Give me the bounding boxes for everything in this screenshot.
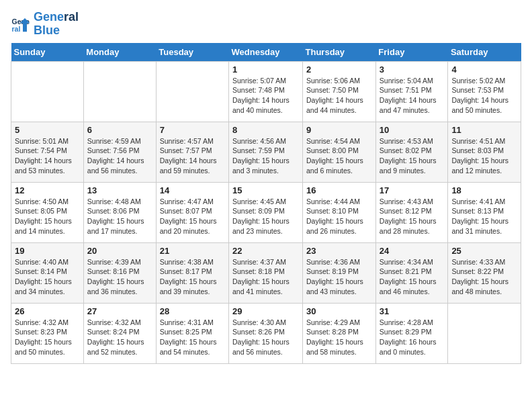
day-info: Sunrise: 4:39 AM Sunset: 8:16 PM Dayligh…	[87, 257, 152, 297]
day-info: Sunrise: 4:50 AM Sunset: 8:05 PM Dayligh…	[15, 197, 80, 236]
day-info: Sunrise: 4:37 AM Sunset: 8:18 PM Dayligh…	[232, 257, 299, 297]
day-info: Sunrise: 5:07 AM Sunset: 7:48 PM Dayligh…	[232, 76, 299, 116]
calendar-cell: 21Sunrise: 4:38 AM Sunset: 8:17 PM Dayli…	[156, 242, 228, 303]
day-number: 4	[451, 64, 517, 75]
day-info: Sunrise: 4:59 AM Sunset: 7:56 PM Dayligh…	[87, 136, 152, 176]
day-info: Sunrise: 4:33 AM Sunset: 8:22 PM Dayligh…	[451, 257, 517, 297]
week-row-3: 12Sunrise: 4:50 AM Sunset: 8:05 PM Dayli…	[11, 182, 521, 242]
col-header-monday: Monday	[83, 43, 156, 62]
col-header-tuesday: Tuesday	[156, 43, 228, 62]
calendar-cell: 7Sunrise: 4:57 AM Sunset: 7:57 PM Daylig…	[156, 122, 228, 182]
calendar-cell: 12Sunrise: 4:50 AM Sunset: 8:05 PM Dayli…	[11, 182, 84, 242]
calendar-cell: 3Sunrise: 5:04 AM Sunset: 7:51 PM Daylig…	[375, 61, 448, 122]
week-row-2: 5Sunrise: 5:01 AM Sunset: 7:54 PM Daylig…	[11, 122, 521, 182]
day-number: 11	[451, 125, 517, 135]
calendar-cell: 4Sunrise: 5:02 AM Sunset: 7:53 PM Daylig…	[448, 61, 521, 122]
day-info: Sunrise: 4:28 AM Sunset: 8:29 PM Dayligh…	[380, 318, 445, 357]
calendar-cell: 28Sunrise: 4:31 AM Sunset: 8:25 PM Dayli…	[156, 303, 228, 363]
day-info: Sunrise: 4:36 AM Sunset: 8:19 PM Dayligh…	[306, 257, 372, 297]
calendar-cell	[448, 303, 521, 363]
day-info: Sunrise: 4:30 AM Sunset: 8:26 PM Dayligh…	[232, 318, 299, 357]
day-info: Sunrise: 5:06 AM Sunset: 7:50 PM Dayligh…	[306, 76, 372, 116]
calendar-cell: 25Sunrise: 4:33 AM Sunset: 8:22 PM Dayli…	[448, 242, 521, 303]
day-info: Sunrise: 4:32 AM Sunset: 8:23 PM Dayligh…	[15, 318, 80, 357]
day-number: 3	[380, 64, 445, 75]
calendar-cell: 16Sunrise: 4:44 AM Sunset: 8:10 PM Dayli…	[303, 182, 376, 242]
calendar-cell: 18Sunrise: 4:41 AM Sunset: 8:13 PM Dayli…	[448, 182, 521, 242]
day-number: 27	[87, 306, 152, 316]
day-number: 18	[451, 185, 517, 195]
calendar-cell: 26Sunrise: 4:32 AM Sunset: 8:23 PM Dayli…	[11, 303, 84, 363]
day-info: Sunrise: 5:02 AM Sunset: 7:53 PM Dayligh…	[451, 76, 517, 116]
col-header-sunday: Sunday	[11, 43, 84, 62]
week-row-5: 26Sunrise: 4:32 AM Sunset: 8:23 PM Dayli…	[11, 303, 521, 363]
day-number: 9	[306, 125, 372, 135]
calendar-cell: 22Sunrise: 4:37 AM Sunset: 8:18 PM Dayli…	[229, 242, 303, 303]
logo-text-line1: General	[34, 11, 79, 24]
day-number: 24	[380, 246, 445, 256]
day-info: Sunrise: 4:45 AM Sunset: 8:09 PM Dayligh…	[232, 197, 299, 236]
day-info: Sunrise: 4:47 AM Sunset: 8:07 PM Dayligh…	[160, 197, 225, 236]
day-info: Sunrise: 4:53 AM Sunset: 8:02 PM Dayligh…	[380, 136, 445, 176]
calendar-cell: 6Sunrise: 4:59 AM Sunset: 7:56 PM Daylig…	[83, 122, 156, 182]
day-number: 14	[160, 185, 225, 195]
day-number: 7	[160, 125, 225, 135]
header-row: SundayMondayTuesdayWednesdayThursdayFrid…	[11, 43, 521, 62]
col-header-wednesday: Wednesday	[229, 43, 303, 62]
day-number: 26	[15, 306, 80, 316]
col-header-saturday: Saturday	[448, 43, 521, 62]
day-info: Sunrise: 4:57 AM Sunset: 7:57 PM Dayligh…	[160, 136, 225, 176]
day-info: Sunrise: 4:51 AM Sunset: 8:03 PM Dayligh…	[451, 136, 517, 176]
day-info: Sunrise: 4:44 AM Sunset: 8:10 PM Dayligh…	[306, 197, 372, 236]
calendar-cell: 8Sunrise: 4:56 AM Sunset: 7:59 PM Daylig…	[229, 122, 303, 182]
day-info: Sunrise: 4:56 AM Sunset: 7:59 PM Dayligh…	[232, 136, 299, 176]
day-info: Sunrise: 4:54 AM Sunset: 8:00 PM Dayligh…	[306, 136, 372, 176]
calendar-table: SundayMondayTuesdayWednesdayThursdayFrid…	[11, 43, 521, 364]
calendar-cell	[156, 61, 228, 122]
page-header: Gene ral General Blue	[11, 11, 521, 38]
svg-text:ral: ral	[12, 24, 21, 32]
logo: Gene ral General Blue	[11, 11, 79, 38]
day-number: 21	[160, 246, 225, 256]
col-header-thursday: Thursday	[303, 43, 376, 62]
day-number: 2	[306, 64, 372, 75]
week-row-4: 19Sunrise: 4:40 AM Sunset: 8:14 PM Dayli…	[11, 242, 521, 303]
day-number: 30	[306, 306, 372, 316]
calendar-cell: 30Sunrise: 4:29 AM Sunset: 8:28 PM Dayli…	[303, 303, 376, 363]
calendar-cell: 29Sunrise: 4:30 AM Sunset: 8:26 PM Dayli…	[229, 303, 303, 363]
calendar-cell: 13Sunrise: 4:48 AM Sunset: 8:06 PM Dayli…	[83, 182, 156, 242]
day-number: 1	[232, 64, 299, 75]
day-number: 6	[87, 125, 152, 135]
calendar-cell: 23Sunrise: 4:36 AM Sunset: 8:19 PM Dayli…	[303, 242, 376, 303]
day-info: Sunrise: 4:41 AM Sunset: 8:13 PM Dayligh…	[451, 197, 517, 236]
day-info: Sunrise: 4:38 AM Sunset: 8:17 PM Dayligh…	[160, 257, 225, 297]
day-info: Sunrise: 5:01 AM Sunset: 7:54 PM Dayligh…	[15, 136, 80, 176]
calendar-cell: 17Sunrise: 4:43 AM Sunset: 8:12 PM Dayli…	[375, 182, 448, 242]
day-number: 17	[380, 185, 445, 195]
calendar-cell: 2Sunrise: 5:06 AM Sunset: 7:50 PM Daylig…	[303, 61, 376, 122]
calendar-cell	[11, 61, 84, 122]
day-number: 10	[380, 125, 445, 135]
day-number: 22	[232, 246, 299, 256]
day-number: 15	[232, 185, 299, 195]
day-number: 25	[451, 246, 517, 256]
day-info: Sunrise: 5:04 AM Sunset: 7:51 PM Dayligh…	[380, 76, 445, 116]
day-number: 23	[306, 246, 372, 256]
calendar-cell: 31Sunrise: 4:28 AM Sunset: 8:29 PM Dayli…	[375, 303, 448, 363]
day-info: Sunrise: 4:29 AM Sunset: 8:28 PM Dayligh…	[306, 318, 372, 357]
calendar-cell: 24Sunrise: 4:34 AM Sunset: 8:21 PM Dayli…	[375, 242, 448, 303]
day-info: Sunrise: 4:32 AM Sunset: 8:24 PM Dayligh…	[87, 318, 152, 357]
logo-icon: Gene ral	[11, 14, 31, 34]
day-info: Sunrise: 4:43 AM Sunset: 8:12 PM Dayligh…	[380, 197, 445, 236]
day-info: Sunrise: 4:40 AM Sunset: 8:14 PM Dayligh…	[15, 257, 80, 297]
day-info: Sunrise: 4:34 AM Sunset: 8:21 PM Dayligh…	[380, 257, 445, 297]
calendar-cell: 19Sunrise: 4:40 AM Sunset: 8:14 PM Dayli…	[11, 242, 84, 303]
day-number: 29	[232, 306, 299, 316]
day-number: 5	[15, 125, 80, 135]
calendar-cell: 27Sunrise: 4:32 AM Sunset: 8:24 PM Dayli…	[83, 303, 156, 363]
calendar-cell: 10Sunrise: 4:53 AM Sunset: 8:02 PM Dayli…	[375, 122, 448, 182]
day-number: 8	[232, 125, 299, 135]
day-number: 19	[15, 246, 80, 256]
day-number: 16	[306, 185, 372, 195]
calendar-cell	[83, 61, 156, 122]
